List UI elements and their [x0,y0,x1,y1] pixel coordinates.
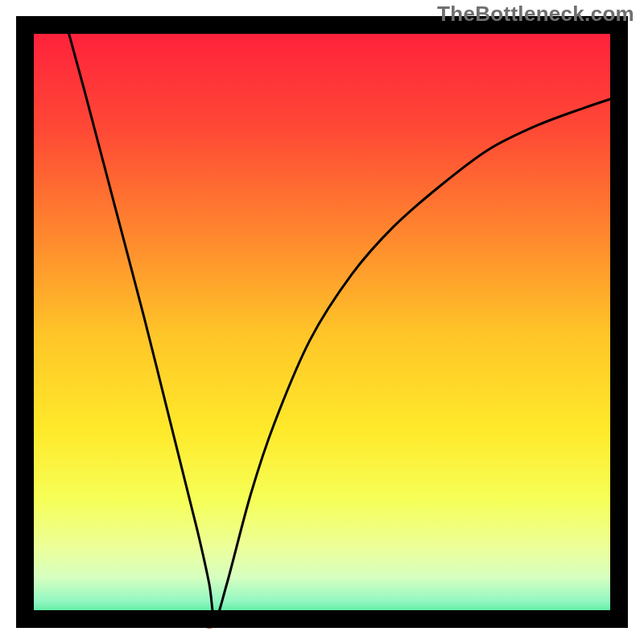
chart-container: TheBottleneck.com [0,0,644,644]
plot-background [25,25,619,619]
watermark-text: TheBottleneck.com [437,2,634,27]
bottleneck-chart [0,0,644,644]
